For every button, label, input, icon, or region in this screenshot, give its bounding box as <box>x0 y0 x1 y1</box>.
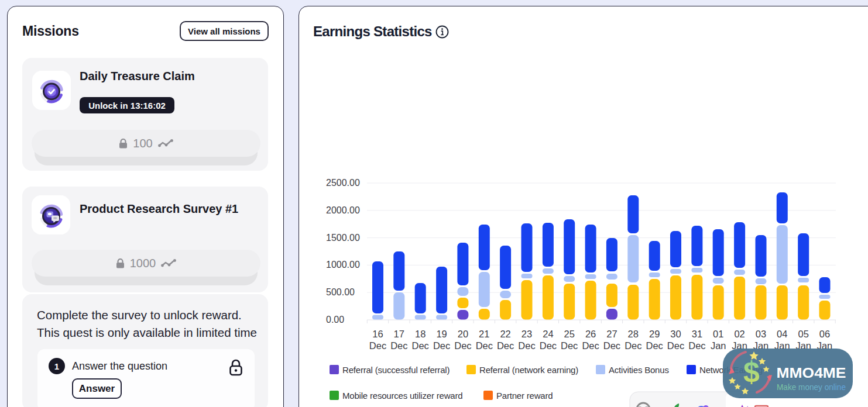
svg-text:Dec: Dec <box>646 340 663 351</box>
svg-text:23: 23 <box>522 329 532 339</box>
svg-text:16: 16 <box>372 329 383 339</box>
svg-text:Dec: Dec <box>561 340 578 351</box>
svg-text:19: 19 <box>436 329 447 339</box>
svg-text:31: 31 <box>692 329 702 339</box>
svg-text:06: 06 <box>819 329 830 339</box>
svg-text:22: 22 <box>500 329 510 339</box>
svg-text:Dec: Dec <box>603 340 620 351</box>
svg-text:Dec: Dec <box>433 340 450 351</box>
svg-text:Partner reward: Partner reward <box>496 391 553 401</box>
svg-text:26: 26 <box>585 329 596 339</box>
svg-text:05: 05 <box>798 329 809 339</box>
svg-text:21: 21 <box>479 329 489 339</box>
svg-text:Dec: Dec <box>369 340 386 351</box>
svg-text:Dec: Dec <box>518 340 535 351</box>
svg-text:$: $ <box>743 356 760 388</box>
svg-text:Make money online: Make money online <box>777 382 846 392</box>
svg-text:Dec: Dec <box>688 340 705 351</box>
svg-text:1500.00: 1500.00 <box>326 233 360 243</box>
svg-text:500.00: 500.00 <box>326 287 355 297</box>
svg-text:Dec: Dec <box>476 340 493 351</box>
svg-text:Dec: Dec <box>582 340 599 351</box>
svg-text:Dec: Dec <box>390 340 407 351</box>
svg-text:MMO4ME: MMO4ME <box>777 365 846 381</box>
svg-text:24: 24 <box>543 329 553 339</box>
svg-text:04: 04 <box>777 329 787 339</box>
svg-text:Dec: Dec <box>454 340 471 351</box>
svg-text:17: 17 <box>394 329 404 339</box>
svg-text:Jan: Jan <box>711 340 726 351</box>
svg-text:03: 03 <box>756 329 766 339</box>
svg-text:Dec: Dec <box>625 340 641 351</box>
svg-text:Dec: Dec <box>497 340 514 351</box>
svg-text:1000.00: 1000.00 <box>326 260 360 270</box>
svg-text:27: 27 <box>606 329 617 339</box>
svg-text:2500.00: 2500.00 <box>326 178 360 188</box>
svg-text:Referral (network earning): Referral (network earning) <box>479 365 578 375</box>
svg-text:Dec: Dec <box>667 340 684 351</box>
svg-text:Mobile resources utilizer rewa: Mobile resources utilizer reward <box>342 391 462 401</box>
svg-text:Dec: Dec <box>412 340 429 351</box>
svg-text:01: 01 <box>713 329 723 339</box>
svg-text:18: 18 <box>415 329 426 339</box>
svg-text:Dec: Dec <box>540 340 557 351</box>
svg-text:02: 02 <box>734 329 745 339</box>
svg-text:30: 30 <box>670 329 681 339</box>
svg-text:25: 25 <box>564 329 575 339</box>
svg-text:Referral (successful referral): Referral (successful referral) <box>342 365 450 375</box>
svg-text:29: 29 <box>649 329 660 339</box>
svg-text:28: 28 <box>628 329 639 339</box>
svg-text:2000.00: 2000.00 <box>326 205 360 215</box>
svg-text:20: 20 <box>458 329 468 339</box>
svg-text:0.00: 0.00 <box>326 315 344 325</box>
svg-text:Activities Bonus: Activities Bonus <box>609 365 669 375</box>
